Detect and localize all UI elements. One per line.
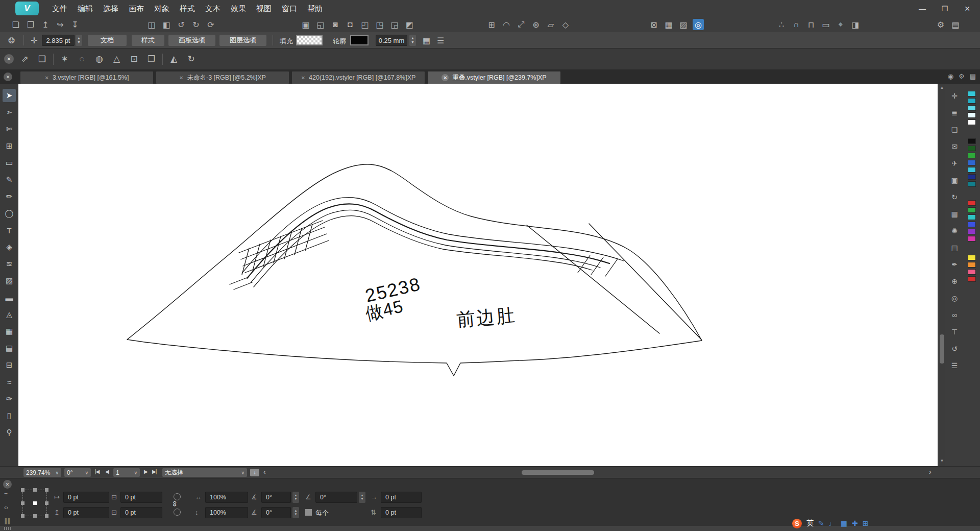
table-tool[interactable]: ▤	[3, 342, 16, 355]
x-position-field[interactable]: 0 pt	[63, 492, 109, 503]
list-panel-icon[interactable]: ☰	[948, 359, 961, 372]
crop-tool[interactable]: ⊞	[3, 139, 16, 153]
scale-x-field[interactable]: 100%	[205, 492, 248, 503]
triangle-mesh-icon[interactable]: △	[110, 53, 123, 65]
node-panel-icon[interactable]: ✛	[948, 90, 961, 102]
menu-item-画布[interactable]: 画布	[124, 0, 149, 17]
layers-panel-icon[interactable]: ▤	[948, 242, 961, 254]
message-panel-icon[interactable]: ✉	[948, 140, 961, 153]
no-fill-icon[interactable]: ⊠	[648, 19, 659, 30]
print-icon[interactable]: ▤	[950, 19, 961, 30]
color-swatch[interactable]	[968, 214, 976, 220]
horizontal-scroll-thumb[interactable]	[522, 470, 594, 475]
drag-grip-icon[interactable]: ∥∥	[4, 517, 10, 524]
open-document-icon[interactable]: ❐	[25, 19, 36, 30]
scroll-up-icon[interactable]: ▲	[938, 85, 946, 90]
color-swatch[interactable]	[968, 181, 976, 187]
lasso-icon[interactable]: ◌	[76, 53, 88, 65]
ime-keyboard-icon[interactable]: ▦	[841, 519, 847, 527]
rotation-select[interactable]: 0°∨	[64, 468, 91, 477]
history-panel-icon[interactable]: ↺	[948, 343, 961, 355]
pen-tool[interactable]: ✏	[3, 190, 16, 203]
effects-panel-icon[interactable]: ✺	[948, 225, 961, 237]
pencil-tool[interactable]: ✎	[3, 173, 16, 186]
share-icon[interactable]: ↪	[55, 19, 66, 30]
ellipse-tool[interactable]: ◯	[3, 207, 16, 220]
minus-front-icon[interactable]: ◱	[315, 19, 326, 30]
fill-swatch[interactable]	[296, 35, 323, 45]
color-swatch[interactable]	[968, 174, 976, 180]
group-shapes-icon[interactable]: ◭	[167, 53, 180, 65]
outline-width-stepper[interactable]: ▲ ▼	[409, 35, 416, 46]
app-logo[interactable]: V	[15, 2, 39, 15]
import-icon[interactable]: ↧	[69, 19, 81, 30]
artboard-options-button[interactable]: 画板选项	[168, 35, 215, 46]
hatch-tool[interactable]: ▨	[3, 274, 16, 287]
color-swatch[interactable]	[968, 276, 976, 282]
color-swatch[interactable]	[968, 98, 976, 104]
move-anchor-icon[interactable]: ✛	[31, 36, 37, 45]
scroll-tabs-icon[interactable]: ◉	[948, 73, 953, 80]
color-swatch[interactable]	[968, 105, 976, 111]
rotate-page-icon[interactable]: ⟳	[205, 19, 216, 30]
exclude-icon[interactable]: ◘	[345, 19, 356, 30]
grid-settings-icon[interactable]: ▦	[423, 36, 430, 45]
outline-swatch[interactable]	[350, 35, 369, 45]
spin-up-icon[interactable]: ▲	[295, 509, 298, 513]
color-swatch[interactable]	[968, 119, 976, 125]
snap-point-icon[interactable]: ∴	[776, 19, 787, 30]
direct-select-tool[interactable]: ➣	[3, 106, 16, 119]
ime-language-indicator[interactable]: 英	[806, 519, 814, 528]
spin-up-icon[interactable]: ▲	[361, 494, 364, 497]
trim-icon[interactable]: ◳	[374, 19, 385, 30]
color-swatch[interactable]	[968, 138, 976, 144]
skew-y-field-stepper[interactable]: ▲▼	[292, 507, 299, 518]
minimize-button[interactable]: —	[915, 5, 930, 13]
color-swatch[interactable]	[968, 91, 976, 96]
rectangle-tool[interactable]: ▬	[3, 291, 16, 304]
pages-icon[interactable]: ◫	[146, 19, 157, 30]
ime-grid-icon[interactable]: ⊞	[863, 519, 869, 527]
grid-tool[interactable]: ▦	[3, 325, 16, 338]
color-swatch[interactable]	[968, 200, 976, 206]
export-icon[interactable]: ↥	[40, 19, 51, 30]
rotate-right-icon[interactable]: ↻	[190, 19, 202, 30]
menu-item-选择[interactable]: 选择	[98, 0, 124, 17]
vertical-scrollbar[interactable]: ▲ ▼	[938, 84, 945, 466]
artboard-panel-icon[interactable]: ❏	[948, 124, 961, 136]
color-swatch[interactable]	[968, 167, 976, 173]
menu-item-窗口[interactable]: 窗口	[277, 0, 302, 17]
rotate-left-icon[interactable]: ↺	[176, 19, 187, 30]
proportions-top-indicator[interactable]	[174, 493, 181, 500]
zoom-level-select[interactable]: 239.74%∨	[23, 468, 61, 477]
spin-up-icon[interactable]: ▲	[77, 36, 81, 40]
convert-shape-icon[interactable]: ▱	[545, 19, 556, 30]
close-button[interactable]: ✕	[960, 5, 975, 13]
menu-item-视图[interactable]: 视图	[251, 0, 277, 17]
transform-box-icon[interactable]: ❑	[36, 53, 48, 65]
intersect-icon[interactable]: ◙	[330, 19, 341, 30]
color-swatch[interactable]	[968, 153, 976, 158]
wave-panel-icon[interactable]: ∞	[948, 309, 961, 321]
spacing-x-field[interactable]: 0 pt	[381, 492, 422, 503]
shape-paint-icon[interactable]: ◨	[850, 19, 861, 30]
spin-up-icon[interactable]: ▲	[295, 494, 298, 497]
color-swatch[interactable]	[968, 229, 976, 234]
anchor-point[interactable]	[45, 488, 48, 492]
spin-up-icon[interactable]: ▲	[411, 36, 414, 40]
menu-item-对象[interactable]: 对象	[149, 0, 175, 17]
rotate-center-icon[interactable]: ⌖	[835, 19, 846, 30]
spin-down-icon[interactable]: ▼	[77, 40, 81, 44]
color-swatch[interactable]	[968, 112, 976, 118]
scroll-right-icon[interactable]: ›	[929, 468, 932, 476]
stroke-width-stepper[interactable]: ▲ ▼	[76, 35, 82, 46]
ime-toolbox-icon[interactable]: ✚	[852, 519, 858, 527]
drag-grip[interactable]	[4, 527, 11, 530]
anchor-point[interactable]	[21, 488, 24, 492]
color-swatch[interactable]	[968, 255, 976, 260]
color-swatch[interactable]	[968, 146, 976, 151]
rotation-field[interactable]: 0°	[315, 492, 357, 503]
artboard-frame-icon[interactable]: ⊞	[486, 19, 497, 30]
menu-item-帮助[interactable]: 帮助	[302, 0, 328, 17]
proportions-bottom-indicator[interactable]	[174, 509, 181, 516]
